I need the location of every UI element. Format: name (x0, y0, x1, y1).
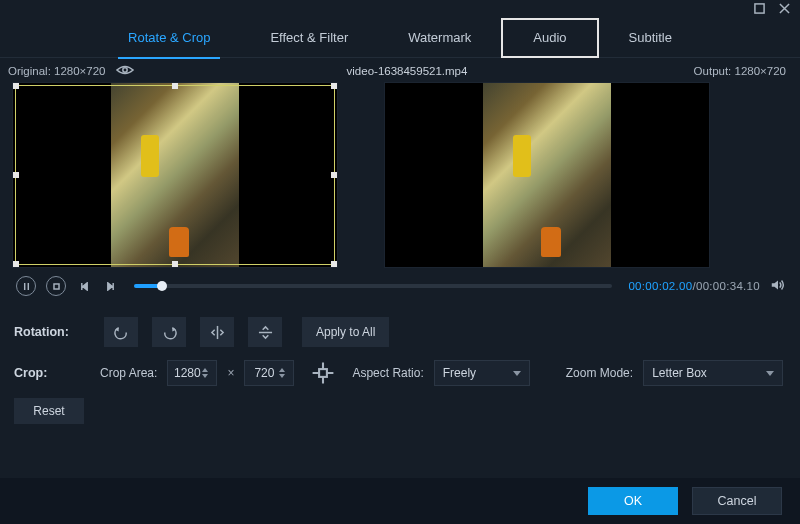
filename-label: video-1638459521.mp4 (188, 65, 626, 77)
aspect-ratio-value: Freely (443, 366, 476, 380)
tab-audio[interactable]: Audio (501, 18, 598, 58)
rotate-ccw-button[interactable] (104, 317, 138, 347)
maximize-icon[interactable] (754, 3, 765, 17)
volume-icon[interactable] (770, 277, 786, 296)
rotation-section: Rotation: Apply to All (0, 298, 800, 350)
tab-effect-filter[interactable]: Effect & Filter (240, 18, 378, 58)
crop-handle[interactable] (331, 172, 337, 178)
original-size-label: Original: 1280×720 (8, 65, 106, 77)
cancel-button[interactable]: Cancel (692, 487, 782, 515)
crop-section: Crop: Crop Area: 1280 × 720 Aspect Ratio… (0, 350, 800, 386)
crop-handle[interactable] (331, 261, 337, 267)
apply-to-all-button[interactable]: Apply to All (302, 317, 389, 347)
width-spinner[interactable] (202, 368, 212, 378)
svg-rect-0 (755, 4, 764, 13)
flip-vertical-button[interactable] (248, 317, 282, 347)
zoom-mode-label: Zoom Mode: (566, 366, 633, 380)
crop-handle[interactable] (172, 261, 178, 267)
title-bar (0, 0, 800, 18)
time-current: 00:00:02.00 (628, 280, 692, 292)
svg-rect-2 (53, 283, 58, 288)
crop-width-input[interactable]: 1280 (167, 360, 217, 386)
zoom-mode-select[interactable]: Letter Box (643, 360, 783, 386)
crop-handle[interactable] (172, 83, 178, 89)
time-total: 00:00:34.10 (696, 280, 760, 292)
preview-row (0, 82, 800, 268)
output-size-label: Output: 1280×720 (626, 65, 786, 77)
aspect-ratio-select[interactable]: Freely (434, 360, 530, 386)
timecode: 00:00:02.00/00:00:34.10 (628, 280, 760, 292)
output-preview (384, 82, 710, 268)
rotate-cw-button[interactable] (152, 317, 186, 347)
crop-height-value: 720 (249, 366, 279, 380)
center-crop-icon[interactable] (310, 360, 336, 386)
crop-handle[interactable] (13, 261, 19, 267)
footer: OK Cancel (0, 478, 800, 524)
aspect-ratio-label: Aspect Ratio: (352, 366, 423, 380)
close-icon[interactable] (779, 3, 790, 17)
prev-frame-button[interactable] (76, 278, 92, 294)
reset-button[interactable]: Reset (14, 398, 84, 424)
tab-subtitle[interactable]: Subtitle (599, 18, 702, 58)
height-spinner[interactable] (279, 368, 289, 378)
timeline-knob[interactable] (157, 281, 167, 291)
crop-label: Crop: (14, 366, 90, 380)
svg-rect-3 (319, 369, 327, 377)
eye-icon[interactable] (116, 64, 134, 78)
chevron-down-icon (766, 371, 774, 376)
tab-rotate-crop[interactable]: Rotate & Crop (98, 18, 240, 58)
crop-selection[interactable] (15, 85, 335, 265)
timeline-scrubber[interactable] (134, 284, 612, 288)
svg-point-1 (122, 68, 126, 72)
rotation-label: Rotation: (14, 325, 90, 339)
chevron-down-icon (513, 371, 521, 376)
source-preview[interactable] (12, 82, 338, 268)
ok-button[interactable]: OK (588, 487, 678, 515)
crop-area-label: Crop Area: (100, 366, 157, 380)
crop-height-input[interactable]: 720 (244, 360, 294, 386)
multiply-symbol: × (227, 366, 234, 380)
video-frame (483, 83, 611, 267)
tab-bar: Rotate & Crop Effect & Filter Watermark … (0, 18, 800, 58)
stop-button[interactable] (46, 276, 66, 296)
crop-handle[interactable] (13, 172, 19, 178)
crop-handle[interactable] (331, 83, 337, 89)
zoom-mode-value: Letter Box (652, 366, 707, 380)
info-row: Original: 1280×720 video-1638459521.mp4 … (0, 58, 800, 82)
flip-horizontal-button[interactable] (200, 317, 234, 347)
crop-handle[interactable] (13, 83, 19, 89)
crop-width-value: 1280 (172, 366, 202, 380)
playback-controls: 00:00:02.00/00:00:34.10 (0, 268, 800, 298)
tab-watermark[interactable]: Watermark (378, 18, 501, 58)
next-frame-button[interactable] (102, 278, 118, 294)
pause-button[interactable] (16, 276, 36, 296)
